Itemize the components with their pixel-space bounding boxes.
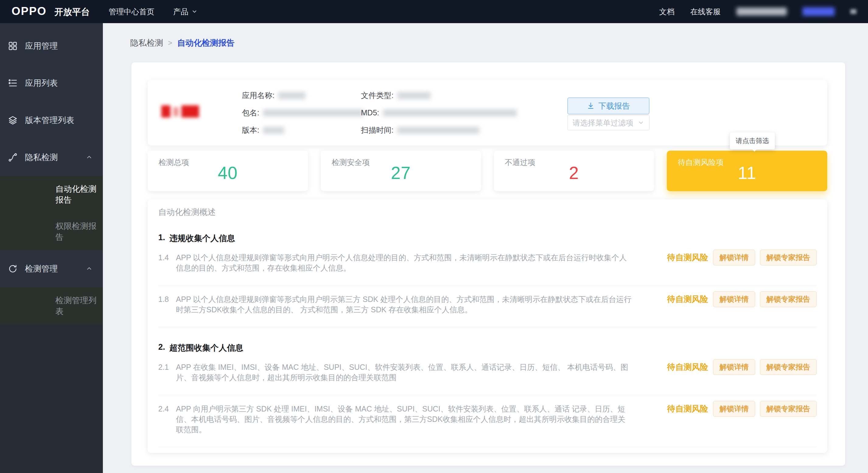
stat-card[interactable]: 检测安全项 27 (321, 151, 481, 191)
report-body: 1. 违规收集个人信息 1.4 APP 以个人信息处理规则弹窗等形式向用户明示个… (148, 233, 827, 453)
field-md5: MD5: (361, 104, 517, 121)
redacted-scan-time-value (397, 127, 479, 134)
nav-admin-home[interactable]: 管理中心首页 (108, 7, 154, 17)
stat-card-label: 检测总项 (159, 157, 189, 167)
unlock-expert-report-button[interactable]: 解锁专家报告 (760, 250, 816, 265)
breadcrumb-separator: > (168, 39, 172, 47)
report-item-number: 1.4 (158, 252, 176, 263)
download-report-button[interactable]: 下载报告 (567, 97, 649, 115)
logo-segment (161, 105, 170, 118)
sidebar-subitem-label: 自动化检测报告 (55, 184, 103, 206)
chevron-down-icon (191, 8, 197, 14)
top-header: OPPO 开放平台 管理中心首页 产品 文档 在线客服 (0, 0, 868, 23)
unlock-expert-report-button[interactable]: 解锁专家报告 (760, 291, 816, 307)
sidebar-item-label: 版本管理列表 (25, 115, 74, 126)
sidebar-filler (0, 324, 103, 473)
redacted-account-text (737, 8, 787, 15)
brand[interactable]: OPPO 开放平台 (11, 5, 90, 18)
field-file-type: 文件类型: (361, 87, 517, 104)
redacted-avatar (850, 9, 857, 14)
sidebar-subitem[interactable]: 检测管理列表 (0, 287, 103, 324)
stat-card-label: 不通过项 (505, 157, 535, 167)
report-item-text: APP 向用户明示第三方 SDK 处理 IMEI、IMSI、设备 MAC 地址、… (176, 404, 632, 435)
sync-icon (8, 264, 18, 274)
nav-products-label: 产品 (173, 7, 188, 17)
report-item-status-badge: 待自测风险 (667, 252, 708, 263)
overview-card: 自动化检测概述 1. 违规收集个人信息 1.4 APP 以个人信息处理规则弹窗等… (148, 199, 827, 453)
chevron-up-icon (86, 265, 93, 272)
field-package-label: 包名: (242, 108, 259, 118)
report-section-number: 2. (158, 342, 165, 353)
nav-admin-home-label: 管理中心首页 (108, 7, 154, 17)
chevron-up-icon (86, 154, 93, 161)
breadcrumb: 隐私检测 > 自动化检测报告 (130, 37, 868, 49)
list-icon (8, 78, 18, 88)
unlock-detail-button[interactable]: 解锁详情 (713, 401, 755, 417)
field-package: 包名: (242, 104, 363, 121)
report-item-row: 2.1 APP 在收集 IMEI、IMSI、设备 MAC 地址、SUPI、SUC… (158, 353, 816, 395)
unlock-detail-button[interactable]: 解锁详情 (713, 359, 755, 375)
main-content: 隐私检测 > 自动化检测报告 应用名称: 包名: 版本: (103, 23, 868, 473)
field-app-name-label: 应用名称: (242, 90, 275, 100)
sidebar-subitem[interactable]: 权限检测报告 (0, 213, 103, 250)
report-page-card: 应用名称: 包名: 版本: 文件类型: MD5: (131, 62, 845, 466)
field-scan-time-label: 扫描时间: (361, 125, 394, 135)
sidebar-item-label: 应用管理 (25, 40, 58, 52)
sidebar-subitem-label: 检测管理列表 (55, 295, 103, 317)
platform-title: 开放平台 (55, 6, 90, 18)
sidebar-subitem-label: 权限检测报告 (55, 221, 103, 243)
field-version-label: 版本: (242, 125, 259, 135)
sidebar-submenu: 自动化检测报告 权限检测报告 (0, 176, 103, 250)
sidebar-item[interactable]: 隐私检测 (0, 139, 103, 176)
report-item-number: 1.8 (158, 294, 176, 304)
topbar-right: 文档 在线客服 (659, 7, 857, 17)
report-section-heading: 2. 超范围收集个人信息 (158, 342, 816, 353)
nav-products[interactable]: 产品 (173, 7, 197, 17)
report-item-row: 1.8 APP 以个人信息处理规则弹窗等形式向用户明示第三方 SDK 处理个人信… (158, 285, 816, 327)
report-section-number: 1. (158, 233, 165, 244)
report-item-status-badge: 待自测风险 (667, 404, 708, 414)
sidebar-item[interactable]: 检测管理 (0, 250, 103, 287)
top-nav: 管理中心首页 产品 (108, 7, 197, 17)
chevron-down-icon (638, 119, 644, 126)
app-info-card: 应用名称: 包名: 版本: 文件类型: MD5: (148, 80, 827, 146)
sidebar-subitem[interactable]: 自动化检测报告 (0, 176, 103, 213)
report-item-text: APP 在收集 IMEI、IMSI、设备 MAC 地址、SUPI、SUCI、软件… (176, 362, 632, 383)
unlock-expert-report-button[interactable]: 解锁专家报告 (760, 401, 816, 417)
stat-card[interactable]: 待自测风险项 11 (667, 151, 827, 191)
sidebar-item[interactable]: 版本管理列表 (0, 102, 103, 139)
sidebar-item[interactable]: 应用列表 (0, 65, 103, 102)
redacted-md5-value (383, 109, 517, 117)
breadcrumb-parent[interactable]: 隐私检测 (130, 37, 163, 49)
docs-link[interactable]: 文档 (659, 7, 675, 17)
sidebar-item-label: 应用列表 (25, 77, 58, 89)
overview-title: 自动化检测概述 (148, 199, 827, 218)
oppo-logo: OPPO (11, 5, 46, 18)
report-section-title: 超范围收集个人信息 (169, 342, 244, 353)
sidebar-item-label: 检测管理 (25, 263, 58, 274)
redacted-version-value (263, 127, 284, 134)
report-item-row: 1.4 APP 以个人信息处理规则弹窗等形式向用户明示个人信息处理的目的、方式和… (158, 244, 816, 285)
report-section-title: 违规收集个人信息 (169, 233, 235, 244)
online-support-link[interactable]: 在线客服 (690, 7, 721, 17)
redacted-account-link[interactable] (803, 7, 835, 16)
redacted-package-value (263, 109, 363, 117)
report-item-status-badge: 待自测风险 (667, 362, 708, 372)
unlock-expert-report-button[interactable]: 解锁专家报告 (760, 359, 816, 375)
breadcrumb-current: 自动化检测报告 (177, 37, 235, 49)
sidebar-item[interactable]: 应用管理 (0, 27, 103, 65)
stat-card[interactable]: 检测总项 40 (148, 151, 308, 191)
unlock-detail-button[interactable]: 解锁详情 (713, 250, 755, 265)
unlock-detail-button[interactable]: 解锁详情 (713, 291, 755, 307)
menu-filter-select[interactable]: 请选择菜单过滤项 (567, 115, 649, 130)
redacted-file-type-value (397, 92, 431, 99)
stats-row: 检测总项 40 检测安全项 27 不通过项 2 待自测风险项 11 (148, 151, 827, 191)
app-logo-redacted (161, 105, 199, 118)
report-item-text: APP 以个人信息处理规则弹窗等形式向用户明示第三方 SDK 处理个人信息的目的… (176, 294, 632, 315)
sidebar-submenu: 检测管理列表 (0, 287, 103, 324)
field-version: 版本: (242, 121, 363, 139)
report-item-number: 2.1 (158, 362, 176, 372)
download-report-label: 下载报告 (598, 101, 630, 112)
stat-card[interactable]: 不通过项 2 (494, 151, 654, 191)
field-file-type-label: 文件类型: (361, 90, 394, 100)
